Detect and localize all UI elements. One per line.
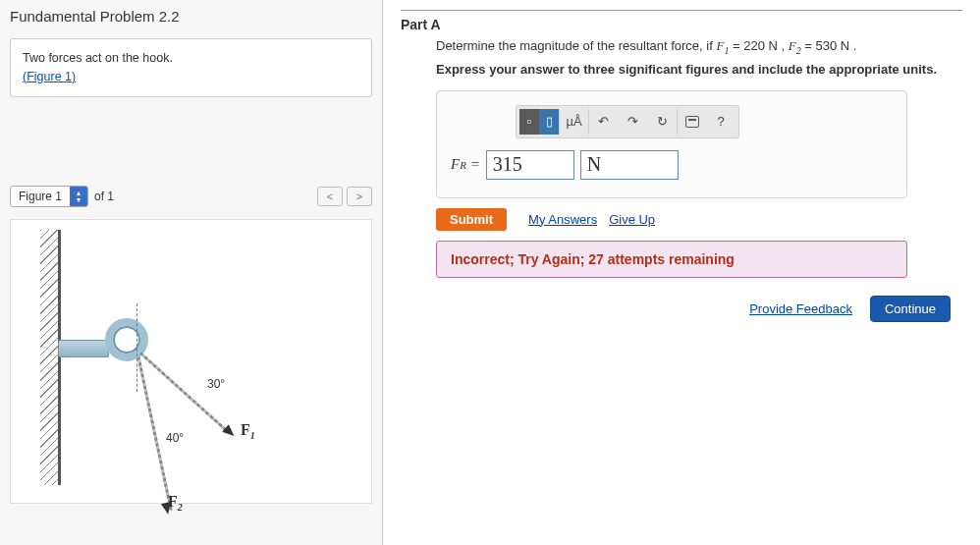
figure-link[interactable]: (Figure 1) — [23, 70, 76, 83]
question-text: Determine the magnitude of the resultant… — [436, 38, 962, 56]
bottom-row: Provide Feedback Continue — [401, 296, 951, 322]
wall-hatch — [40, 230, 58, 485]
help-icon[interactable]: ? — [706, 109, 735, 135]
figure-spinner[interactable]: ▴▾ — [70, 187, 87, 206]
provide-feedback-link[interactable]: Provide Feedback — [749, 301, 852, 316]
instruction-text: Express your answer to three significant… — [436, 62, 962, 77]
unit-input[interactable] — [580, 150, 679, 180]
figure-selector-label: Figure 1 — [11, 190, 70, 203]
part-label: Part A — [401, 17, 962, 32]
units-tool[interactable]: µÅ — [559, 109, 588, 135]
f1-label: F1 — [241, 421, 255, 441]
feedback-box: Incorrect; Try Again; 27 attempts remain… — [436, 241, 907, 278]
divider — [401, 10, 962, 11]
figure-section: Figure 1 ▴▾ of 1 < > 30° — [10, 186, 372, 504]
figure-of-text: of 1 — [94, 190, 114, 203]
value-input[interactable] — [486, 150, 574, 180]
continue-button[interactable]: Continue — [870, 296, 951, 322]
template-tool-icon[interactable]: ▫ — [519, 109, 539, 135]
dash-line — [136, 303, 137, 392]
answer-area: ▫ ▯ µÅ ↶ ↷ ↻ ? FR = — [436, 90, 907, 198]
wall-line — [58, 230, 61, 485]
submit-row: Submit My Answers Give Up — [436, 208, 962, 231]
figure-header: Figure 1 ▴▾ of 1 < > — [10, 186, 372, 207]
answer-row: FR = — [451, 150, 893, 180]
f2-label: F2 — [168, 493, 183, 513]
hook-mount — [58, 340, 109, 357]
prompt-box: Two forces act on the hook. (Figure 1) — [10, 38, 372, 97]
reset-icon[interactable]: ↻ — [647, 109, 677, 135]
figure-next-button[interactable]: > — [347, 187, 372, 206]
keyboard-icon[interactable] — [677, 109, 706, 135]
undo-icon[interactable]: ↶ — [588, 109, 618, 135]
figure-prev-button[interactable]: < — [317, 187, 343, 206]
fraction-tool-icon[interactable]: ▯ — [539, 109, 559, 135]
redo-icon[interactable]: ↷ — [618, 109, 647, 135]
prompt-text: Two forces act on the hook. — [23, 49, 359, 68]
figure-canvas: 30° 40° F1 F2 — [10, 219, 372, 504]
give-up-link[interactable]: Give Up — [609, 212, 655, 227]
submit-button[interactable]: Submit — [436, 208, 507, 231]
left-pane: Fundamental Problem 2.2 Two forces act o… — [0, 0, 383, 545]
angle-40: 40° — [166, 431, 184, 445]
my-answers-link[interactable]: My Answers — [528, 212, 597, 227]
answer-toolbar: ▫ ▯ µÅ ↶ ↷ ↻ ? — [516, 105, 739, 138]
right-pane: Part A Determine the magnitude of the re… — [383, 0, 980, 545]
angle-30: 30° — [207, 377, 225, 391]
figure-selector[interactable]: Figure 1 ▴▾ — [10, 186, 88, 207]
fr-label: FR = — [451, 156, 480, 173]
problem-title: Fundamental Problem 2.2 — [10, 8, 372, 25]
